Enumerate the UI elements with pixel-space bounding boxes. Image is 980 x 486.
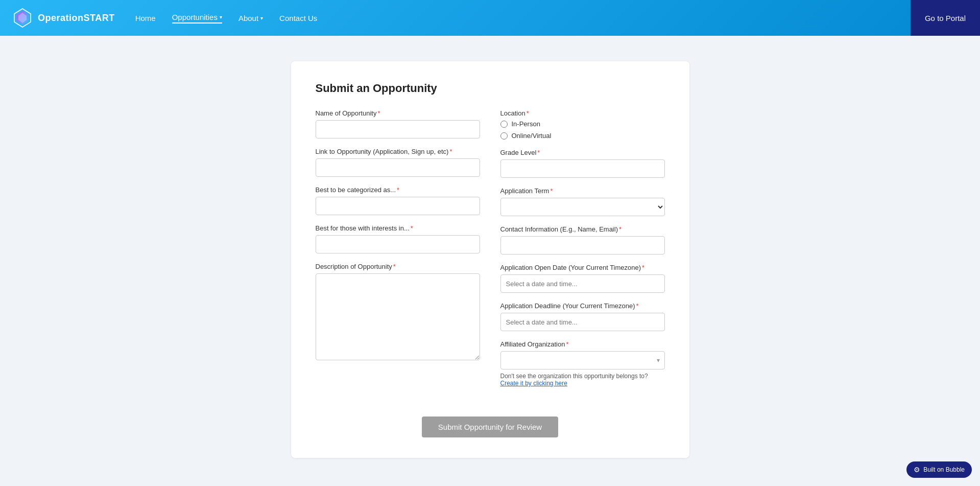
nav-contact[interactable]: Contact Us	[279, 14, 317, 22]
label-grade-level: Grade Level *	[500, 149, 665, 156]
nav-home[interactable]: Home	[135, 14, 156, 22]
label-application-open-date: Application Open Date (Your Current Time…	[500, 264, 665, 271]
input-application-deadline[interactable]	[500, 313, 665, 331]
create-org-link[interactable]: Create it by clicking here	[500, 380, 567, 387]
label-location: Location *	[500, 109, 665, 117]
label-name-of-opportunity: Name of Opportunity *	[316, 109, 480, 117]
required-star-cat: *	[397, 186, 399, 194]
radio-in-person[interactable]: In-Person	[500, 120, 665, 128]
portal-button[interactable]: Go to Portal	[911, 0, 980, 36]
form-title: Submit an Opportunity	[316, 82, 665, 95]
input-link-to-opportunity[interactable]	[316, 158, 480, 177]
form-card: Submit an Opportunity Name of Opportunit…	[291, 61, 689, 458]
opportunities-chevron-icon: ▾	[220, 14, 222, 20]
input-name-of-opportunity[interactable]	[316, 120, 480, 138]
nav-opportunities[interactable]: Opportunities ▾	[172, 13, 222, 24]
label-contact-information: Contact Information (E.g., Name, Email) …	[500, 225, 665, 233]
radio-group-location: In-Person Online/Virtual	[500, 120, 665, 140]
submit-row: Submit Opportunity for Review	[316, 411, 665, 437]
label-application-term: Application Term *	[500, 187, 665, 195]
field-interests: Best for those with interests in... *	[316, 224, 480, 253]
field-link-to-opportunity: Link to Opportunity (Application, Sign u…	[316, 148, 480, 177]
required-star-desc: *	[393, 263, 396, 270]
field-name-of-opportunity: Name of Opportunity *	[316, 109, 480, 138]
label-affiliated-organization: Affiliated Organization *	[500, 340, 665, 348]
input-contact-information[interactable]	[500, 236, 665, 254]
field-application-term: Application Term *	[500, 187, 665, 216]
brand[interactable]: OperationSTART	[12, 8, 115, 28]
affiliated-select-wrapper: ▾	[500, 351, 665, 369]
form-grid: Name of Opportunity * Link to Opportunit…	[316, 109, 665, 396]
bubble-label: Built on Bubble	[923, 466, 965, 473]
navbar: OperationSTART Home Opportunities ▾ Abou…	[0, 0, 980, 36]
radio-input-in-person[interactable]	[500, 121, 508, 128]
textarea-description[interactable]	[316, 273, 480, 360]
required-star-location: *	[527, 109, 529, 117]
required-star-link: *	[449, 148, 452, 155]
field-grade-level: Grade Level *	[500, 149, 665, 178]
required-star: *	[377, 109, 380, 117]
field-location: Location * In-Person Online/Virtual	[500, 109, 665, 140]
required-star-org: *	[566, 340, 568, 348]
required-star-contact: *	[619, 225, 622, 233]
submit-button[interactable]: Submit Opportunity for Review	[422, 416, 558, 437]
field-categorized-as: Best to be categorized as... *	[316, 186, 480, 215]
bubble-icon: ⚙	[914, 466, 920, 474]
field-affiliated-organization: Affiliated Organization * ▾ Don't see th…	[500, 340, 665, 387]
label-description: Description of Opportunity *	[316, 263, 480, 270]
input-application-open-date[interactable]	[500, 274, 665, 293]
label-interests: Best for those with interests in... *	[316, 224, 480, 232]
label-application-deadline: Application Deadline (Your Current Timez…	[500, 302, 665, 310]
form-right: Location * In-Person Online/Virtual	[500, 109, 665, 396]
required-star-grade: *	[537, 149, 540, 156]
brand-logo-icon	[12, 8, 33, 28]
input-grade-level[interactable]	[500, 159, 665, 178]
brand-name-text: OperationSTART	[38, 13, 115, 24]
field-application-deadline: Application Deadline (Your Current Timez…	[500, 302, 665, 331]
required-star-deadline: *	[636, 302, 639, 310]
about-chevron-icon: ▾	[260, 15, 263, 21]
select-affiliated-organization[interactable]	[500, 351, 665, 369]
nav-links: Home Opportunities ▾ About ▾ Contact Us	[135, 13, 968, 24]
field-description: Description of Opportunity *	[316, 263, 480, 362]
required-star-interests: *	[411, 224, 413, 232]
label-categorized-as: Best to be categorized as... *	[316, 186, 480, 194]
label-link-to-opportunity: Link to Opportunity (Application, Sign u…	[316, 148, 480, 155]
radio-online-virtual[interactable]: Online/Virtual	[500, 132, 665, 140]
field-contact-information: Contact Information (E.g., Name, Email) …	[500, 225, 665, 254]
select-application-term[interactable]	[500, 198, 665, 216]
bubble-badge[interactable]: ⚙ Built on Bubble	[906, 461, 972, 478]
main-content: Submit an Opportunity Name of Opportunit…	[0, 36, 980, 483]
required-star-open-date: *	[642, 264, 644, 271]
nav-about[interactable]: About ▾	[238, 14, 263, 22]
field-application-open-date: Application Open Date (Your Current Time…	[500, 264, 665, 293]
input-interests[interactable]	[316, 235, 480, 253]
radio-input-online[interactable]	[500, 132, 508, 140]
required-star-term: *	[550, 187, 553, 195]
input-categorized-as[interactable]	[316, 197, 480, 215]
create-org-text: Don't see the organization this opportun…	[500, 373, 665, 387]
form-left: Name of Opportunity * Link to Opportunit…	[316, 109, 480, 396]
